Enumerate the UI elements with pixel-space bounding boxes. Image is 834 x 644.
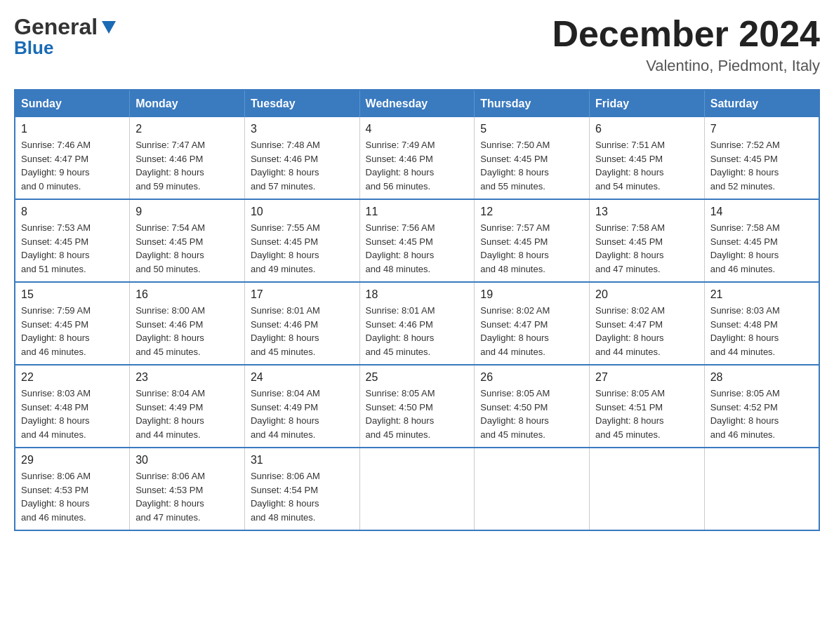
day-number: 14 (710, 206, 813, 218)
day-number: 19 (480, 288, 583, 301)
day-info: Sunrise: 7:56 AMSunset: 4:45 PMDaylight:… (366, 221, 469, 276)
logo-general: General (14, 14, 98, 40)
day-cell: 2Sunrise: 7:47 AMSunset: 4:46 PMDaylight… (130, 117, 245, 199)
day-number: 4 (366, 123, 469, 135)
day-cell: 24Sunrise: 8:04 AMSunset: 4:49 PMDayligh… (244, 365, 359, 448)
day-number: 30 (135, 454, 239, 467)
day-cell: 17Sunrise: 8:01 AMSunset: 4:46 PMDayligh… (244, 282, 359, 365)
day-info: Sunrise: 8:05 AMSunset: 4:50 PMDaylight:… (366, 387, 469, 441)
day-cell: 7Sunrise: 7:52 AMSunset: 4:45 PMDaylight… (704, 117, 819, 199)
week-row-1: 1Sunrise: 7:46 AMSunset: 4:47 PMDaylight… (15, 117, 819, 199)
day-cell: 6Sunrise: 7:51 AMSunset: 4:45 PMDaylight… (590, 117, 705, 199)
day-info: Sunrise: 7:47 AMSunset: 4:46 PMDaylight:… (135, 138, 239, 193)
day-number: 6 (595, 123, 699, 135)
header-friday: Friday (590, 90, 705, 117)
week-row-2: 8Sunrise: 7:53 AMSunset: 4:45 PMDaylight… (15, 199, 819, 282)
day-number: 29 (21, 454, 124, 467)
day-number: 17 (251, 288, 354, 301)
day-number: 5 (480, 123, 583, 135)
day-info: Sunrise: 8:00 AMSunset: 4:46 PMDaylight:… (135, 304, 239, 358)
day-cell: 28Sunrise: 8:05 AMSunset: 4:52 PMDayligh… (704, 365, 819, 448)
day-cell: 8Sunrise: 7:53 AMSunset: 4:45 PMDaylight… (15, 199, 130, 282)
week-row-4: 22Sunrise: 8:03 AMSunset: 4:48 PMDayligh… (15, 365, 819, 448)
day-number: 28 (710, 371, 813, 384)
day-number: 10 (251, 206, 354, 218)
day-cell: 4Sunrise: 7:49 AMSunset: 4:46 PMDaylight… (359, 117, 475, 199)
day-cell: 14Sunrise: 7:58 AMSunset: 4:45 PMDayligh… (704, 199, 819, 282)
logo-blue: Blue (14, 37, 53, 59)
title-section: December 2024 Valentino, Piedmont, Italy (552, 14, 820, 75)
day-info: Sunrise: 8:06 AMSunset: 4:54 PMDaylight:… (251, 469, 354, 524)
week-row-3: 15Sunrise: 7:59 AMSunset: 4:45 PMDayligh… (15, 282, 819, 365)
day-info: Sunrise: 7:59 AMSunset: 4:45 PMDaylight:… (21, 304, 124, 358)
day-cell: 30Sunrise: 8:06 AMSunset: 4:53 PMDayligh… (130, 448, 245, 530)
calendar-table: SundayMondayTuesdayWednesdayThursdayFrid… (14, 89, 820, 531)
day-number: 23 (135, 371, 239, 384)
day-cell: 12Sunrise: 7:57 AMSunset: 4:45 PMDayligh… (475, 199, 590, 282)
day-number: 8 (21, 206, 124, 218)
day-cell: 27Sunrise: 8:05 AMSunset: 4:51 PMDayligh… (590, 365, 705, 448)
header-monday: Monday (130, 90, 245, 117)
day-cell: 26Sunrise: 8:05 AMSunset: 4:50 PMDayligh… (475, 365, 590, 448)
day-cell: 25Sunrise: 8:05 AMSunset: 4:50 PMDayligh… (359, 365, 475, 448)
day-info: Sunrise: 7:57 AMSunset: 4:45 PMDaylight:… (480, 221, 583, 276)
day-info: Sunrise: 8:04 AMSunset: 4:49 PMDaylight:… (135, 387, 239, 441)
day-info: Sunrise: 7:51 AMSunset: 4:45 PMDaylight:… (595, 138, 699, 193)
day-cell (590, 448, 705, 530)
logo-arrow-icon (99, 18, 119, 38)
day-cell: 29Sunrise: 8:06 AMSunset: 4:53 PMDayligh… (15, 448, 130, 530)
day-number: 16 (135, 288, 239, 301)
day-cell: 20Sunrise: 8:02 AMSunset: 4:47 PMDayligh… (590, 282, 705, 365)
day-cell: 3Sunrise: 7:48 AMSunset: 4:46 PMDaylight… (244, 117, 359, 199)
day-cell: 11Sunrise: 7:56 AMSunset: 4:45 PMDayligh… (359, 199, 475, 282)
day-number: 22 (21, 371, 124, 384)
day-info: Sunrise: 8:04 AMSunset: 4:49 PMDaylight:… (251, 387, 354, 441)
day-number: 11 (366, 206, 469, 218)
day-info: Sunrise: 8:02 AMSunset: 4:47 PMDaylight:… (480, 304, 583, 358)
day-info: Sunrise: 8:02 AMSunset: 4:47 PMDaylight:… (595, 304, 699, 358)
page-header: General Blue December 2024 Valentino, Pi… (14, 14, 820, 75)
day-info: Sunrise: 7:58 AMSunset: 4:45 PMDaylight:… (595, 221, 699, 276)
day-info: Sunrise: 7:46 AMSunset: 4:47 PMDaylight:… (21, 138, 124, 193)
day-number: 20 (595, 288, 699, 301)
day-cell: 9Sunrise: 7:54 AMSunset: 4:45 PMDaylight… (130, 199, 245, 282)
day-info: Sunrise: 8:06 AMSunset: 4:53 PMDaylight:… (21, 469, 124, 524)
day-number: 9 (135, 206, 239, 218)
day-cell: 19Sunrise: 8:02 AMSunset: 4:47 PMDayligh… (475, 282, 590, 365)
day-cell: 5Sunrise: 7:50 AMSunset: 4:45 PMDaylight… (475, 117, 590, 199)
day-number: 2 (135, 123, 239, 135)
day-number: 3 (251, 123, 354, 135)
day-number: 1 (21, 123, 124, 135)
day-info: Sunrise: 8:01 AMSunset: 4:46 PMDaylight:… (366, 304, 469, 358)
day-cell: 15Sunrise: 7:59 AMSunset: 4:45 PMDayligh… (15, 282, 130, 365)
day-info: Sunrise: 8:03 AMSunset: 4:48 PMDaylight:… (710, 304, 813, 358)
day-number: 31 (251, 454, 354, 467)
calendar-header-row: SundayMondayTuesdayWednesdayThursdayFrid… (15, 90, 819, 117)
day-number: 25 (366, 371, 469, 384)
day-number: 18 (366, 288, 469, 301)
day-number: 15 (21, 288, 124, 301)
day-info: Sunrise: 7:49 AMSunset: 4:46 PMDaylight:… (366, 138, 469, 193)
day-cell: 22Sunrise: 8:03 AMSunset: 4:48 PMDayligh… (15, 365, 130, 448)
day-cell: 23Sunrise: 8:04 AMSunset: 4:49 PMDayligh… (130, 365, 245, 448)
header-thursday: Thursday (475, 90, 590, 117)
day-cell: 1Sunrise: 7:46 AMSunset: 4:47 PMDaylight… (15, 117, 130, 199)
day-cell: 31Sunrise: 8:06 AMSunset: 4:54 PMDayligh… (244, 448, 359, 530)
day-cell (359, 448, 475, 530)
day-number: 21 (710, 288, 813, 301)
day-info: Sunrise: 7:55 AMSunset: 4:45 PMDaylight:… (251, 221, 354, 276)
day-number: 24 (251, 371, 354, 384)
day-number: 26 (480, 371, 583, 384)
header-sunday: Sunday (15, 90, 130, 117)
month-title: December 2024 (552, 14, 820, 54)
day-cell: 10Sunrise: 7:55 AMSunset: 4:45 PMDayligh… (244, 199, 359, 282)
day-info: Sunrise: 8:01 AMSunset: 4:46 PMDaylight:… (251, 304, 354, 358)
header-wednesday: Wednesday (359, 90, 475, 117)
day-info: Sunrise: 7:58 AMSunset: 4:45 PMDaylight:… (710, 221, 813, 276)
day-number: 12 (480, 206, 583, 218)
location: Valentino, Piedmont, Italy (552, 57, 820, 75)
day-cell: 13Sunrise: 7:58 AMSunset: 4:45 PMDayligh… (590, 199, 705, 282)
day-info: Sunrise: 8:05 AMSunset: 4:50 PMDaylight:… (480, 387, 583, 441)
day-number: 13 (595, 206, 699, 218)
day-cell: 21Sunrise: 8:03 AMSunset: 4:48 PMDayligh… (704, 282, 819, 365)
